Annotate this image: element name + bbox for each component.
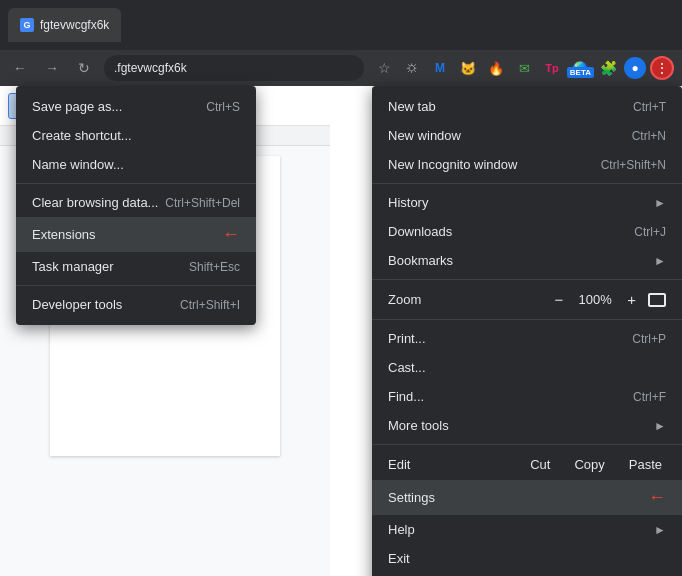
fox-icon[interactable]: 🐱 — [456, 56, 480, 80]
menu-item-new-incognito[interactable]: New Incognito window Ctrl+Shift+N — [372, 150, 682, 179]
omnibox[interactable]: .fgtevwcgfx6k — [104, 55, 364, 81]
copy-button[interactable]: Copy — [562, 453, 616, 476]
edit-label: Edit — [380, 457, 518, 472]
menu-item-more-tools[interactable]: More tools ► — [372, 411, 682, 440]
chrome-context-menu: New tab Ctrl+T New window Ctrl+N New Inc… — [372, 86, 682, 576]
chrome-menu-button[interactable]: ⋮ — [650, 56, 674, 80]
menu-item-name-window[interactable]: Name window... — [16, 150, 256, 179]
omnibox-bar: ← → ↻ .fgtevwcgfx6k ☆ ⛭ M 🐱 🔥 ✉ Tp 🌎 BET… — [0, 50, 682, 86]
menu-separator-4 — [372, 444, 682, 445]
zoom-out-button[interactable]: − — [550, 291, 567, 308]
profile-button[interactable]: ● — [624, 57, 646, 79]
zoom-label: Zoom — [388, 292, 550, 307]
more-tools-submenu: Save page as... Ctrl+S Create shortcut..… — [16, 86, 256, 325]
toolbar-icons: ☆ ⛭ M 🐱 🔥 ✉ Tp 🌎 BETA 🧩 ● ⋮ — [372, 56, 674, 80]
menu-item-new-tab[interactable]: New tab Ctrl+T — [372, 92, 682, 121]
active-tab[interactable]: G fgtevwcgfx6k — [8, 8, 121, 42]
menu-item-bookmarks[interactable]: Bookmarks ► — [372, 246, 682, 275]
reload-button[interactable]: ↻ — [72, 56, 96, 80]
menu-item-zoom: Zoom − 100% + — [372, 284, 682, 315]
puzzle-icon[interactable]: 🧩 — [596, 56, 620, 80]
left-menu-sep-1 — [16, 183, 256, 184]
bookmark-icon[interactable]: ☆ — [372, 56, 396, 80]
zoom-value: 100% — [575, 292, 615, 307]
cut-button[interactable]: Cut — [518, 453, 562, 476]
email-icon[interactable]: ✉ — [512, 56, 536, 80]
menu-item-settings[interactable]: Settings ← — [372, 480, 682, 515]
back-button[interactable]: ← — [8, 56, 32, 80]
omnibox-url: .fgtevwcgfx6k — [114, 61, 187, 75]
menu-item-edit: Edit Cut Copy Paste — [372, 449, 682, 480]
gear-icon[interactable]: ⛭ — [400, 56, 424, 80]
menu-item-help[interactable]: Help ► — [372, 515, 682, 544]
extensions-red-arrow: ← — [222, 224, 240, 245]
left-menu-sep-2 — [16, 285, 256, 286]
menu-item-save-page[interactable]: Save page as... Ctrl+S — [16, 92, 256, 121]
beta-badge: BETA — [567, 67, 594, 78]
menu-separator-3 — [372, 319, 682, 320]
menu-item-cast[interactable]: Cast... — [372, 353, 682, 382]
menu-item-create-shortcut[interactable]: Create shortcut... — [16, 121, 256, 150]
beta-ext-icon[interactable]: 🌎 BETA — [568, 56, 592, 80]
menu-item-history[interactable]: History ► — [372, 188, 682, 217]
menu-item-extensions[interactable]: Extensions ← — [16, 217, 256, 252]
menu-item-find[interactable]: Find... Ctrl+F — [372, 382, 682, 411]
forward-button[interactable]: → — [40, 56, 64, 80]
menu-item-exit[interactable]: Exit — [372, 544, 682, 573]
menu-separator-1 — [372, 183, 682, 184]
menu-item-new-window[interactable]: New window Ctrl+N — [372, 121, 682, 150]
menu-item-task-manager[interactable]: Task manager Shift+Esc — [16, 252, 256, 281]
tab-bar: G fgtevwcgfx6k — [8, 0, 674, 50]
browser-chrome: G fgtevwcgfx6k — [0, 0, 682, 50]
tab-title: fgtevwcgfx6k — [40, 18, 109, 32]
menu-item-downloads[interactable]: Downloads Ctrl+J — [372, 217, 682, 246]
tp-icon[interactable]: Tp — [540, 56, 564, 80]
zoom-controls: − 100% + — [550, 291, 666, 308]
menu-item-print[interactable]: Print... Ctrl+P — [372, 324, 682, 353]
settings-red-arrow: ← — [648, 487, 666, 508]
zoom-fullscreen-button[interactable] — [648, 293, 666, 307]
tab-favicon: G — [20, 18, 34, 32]
m365-icon[interactable]: M — [428, 56, 452, 80]
paste-button[interactable]: Paste — [617, 453, 674, 476]
ext1-icon[interactable]: 🔥 — [484, 56, 508, 80]
menu-item-developer-tools[interactable]: Developer tools Ctrl+Shift+I — [16, 290, 256, 319]
zoom-in-button[interactable]: + — [623, 291, 640, 308]
menu-item-clear-browsing[interactable]: Clear browsing data... Ctrl+Shift+Del — [16, 188, 256, 217]
menu-separator-2 — [372, 279, 682, 280]
